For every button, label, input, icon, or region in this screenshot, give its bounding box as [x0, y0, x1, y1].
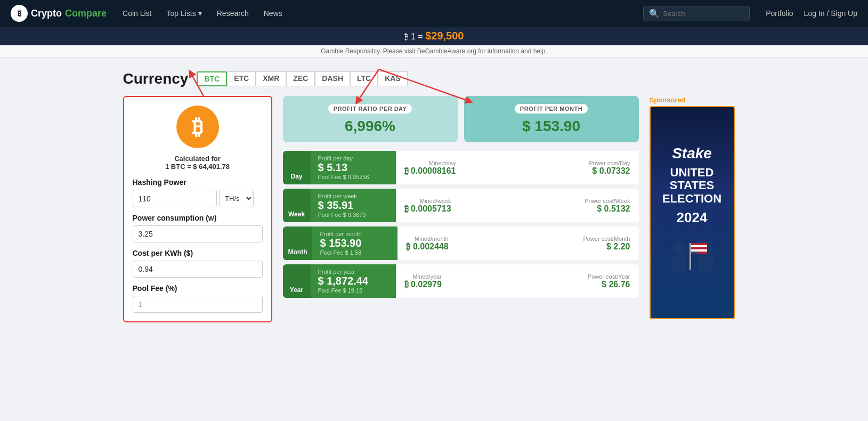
- sponsor-box: Sponsored Stake UNITED STATES ELECTION 2…: [650, 96, 745, 322]
- profit-month-label: Profit per month: [320, 231, 390, 237]
- mined-week-label: Mined/week: [404, 198, 451, 204]
- chevron-down-icon: ▾: [198, 9, 202, 18]
- profit-card-month: PROFIT PER MONTH $ 153.90: [464, 96, 639, 142]
- pool-fee-day: Pool Fee $ 0.05256: [318, 174, 388, 180]
- search-input[interactable]: [663, 10, 744, 18]
- election-silhouette: [658, 232, 727, 280]
- power-day-value: $ 0.07332: [592, 166, 630, 175]
- mined-week: Mined/week ₿ 0.0005713: [404, 198, 451, 214]
- calc-for-label: Calculated for: [174, 155, 221, 163]
- nav-news[interactable]: News: [264, 9, 282, 18]
- tab-kas[interactable]: KAS: [378, 71, 408, 86]
- tab-btc[interactable]: BTC: [197, 71, 227, 86]
- navbar: ₿ Crypto Compare Coin List Top Lists ▾ R…: [0, 0, 868, 27]
- power-month-label: Power cost/Month: [583, 236, 630, 242]
- profit-year: Profit per year $ 1,872.44 Pool Fee $ 19…: [311, 264, 396, 298]
- stats-year: Mined/year ₿ 0.02979 Power cost/Year $ 2…: [396, 264, 639, 298]
- svg-rect-6: [698, 256, 713, 272]
- stats-week: Mined/week ₿ 0.0005713 Power cost/Week $…: [396, 189, 639, 222]
- profit-month-value: $ 153.90: [474, 118, 629, 135]
- svg-rect-4: [671, 256, 686, 272]
- profit-month-label: PROFIT PER MONTH: [515, 104, 588, 114]
- currency-title: Currency: [123, 70, 189, 87]
- mined-day: Mined/day ₿ 0.00008161: [404, 160, 456, 176]
- power-year-label: Power cost/Year: [588, 273, 630, 280]
- currency-tabs: BTC ETC XMR ZEC DASH LTC KAS: [197, 71, 407, 86]
- svg-rect-7: [689, 243, 691, 270]
- mining-row-week: Week Profit per week $ 35.91 Pool Fee $ …: [283, 189, 639, 222]
- power-week-label: Power cost/Week: [585, 198, 630, 204]
- nav-research[interactable]: Research: [217, 9, 249, 18]
- tab-dash[interactable]: DASH: [315, 71, 350, 86]
- mined-day-label: Mined/day: [404, 160, 456, 166]
- profit-month: Profit per month $ 153.90 Pool Fee $ 1.5…: [312, 226, 398, 260]
- btc-price: $29,500: [425, 30, 464, 42]
- currency-header: Currency BTC ETC XMR ZEC DASH LTC KAS: [123, 70, 745, 87]
- tab-xmr[interactable]: XMR: [256, 71, 286, 86]
- search-icon: 🔍: [649, 9, 660, 19]
- nav-portfolio[interactable]: Portfolio: [766, 9, 793, 18]
- profit-month-amount: $ 153.90: [320, 237, 390, 249]
- nav-login[interactable]: Log In / Sign Up: [804, 9, 857, 18]
- main-content: Currency BTC ETC XMR ZEC DASH LTC KAS: [115, 70, 754, 322]
- period-week: Week: [283, 189, 311, 222]
- profit-day: Profit per day $ 5.13 Pool Fee $ 0.05256: [311, 151, 396, 184]
- period-month: Month: [283, 226, 313, 260]
- mined-week-value: ₿ 0.0005713: [404, 204, 451, 213]
- mined-day-value: ₿ 0.00008161: [404, 166, 456, 175]
- search-bar[interactable]: 🔍: [643, 6, 750, 21]
- svg-rect-11: [691, 249, 707, 252]
- price-prefix: ₿ 1 =: [404, 32, 423, 41]
- profit-week-label: Profit per week: [318, 193, 388, 199]
- hashing-power-input[interactable]: [133, 190, 217, 207]
- power-year: Power cost/Year $ 26.76: [588, 273, 630, 289]
- stats-month: Mined/month ₿ 0.002448 Power cost/Month …: [398, 226, 638, 260]
- calc-for-value: 1 BTC = $ 64,401.78: [165, 163, 230, 171]
- left-panel: Currency BTC ETC XMR ZEC DASH LTC KAS: [123, 70, 745, 322]
- svg-rect-9: [691, 245, 707, 247]
- logo-icon: ₿: [11, 5, 28, 22]
- pool-fee-month: Pool Fee $ 1.58: [320, 249, 390, 256]
- profit-ratio-value: 6,996%: [293, 118, 448, 135]
- power-year-value: $ 26.76: [602, 280, 630, 289]
- btc-circle: ₿: [176, 106, 219, 148]
- nav-links: Coin List Top Lists ▾ Research News: [123, 9, 627, 18]
- logo-crypto: Crypto: [31, 8, 62, 19]
- profit-card-day: PROFIT RATIO PER DAY 6,996%: [283, 96, 458, 142]
- election-year: 2024: [677, 209, 708, 226]
- hashing-unit-select[interactable]: TH/s GH/s MH/s: [219, 190, 254, 207]
- calc-for: Calculated for 1 BTC = $ 64,401.78: [133, 155, 263, 171]
- right-section: PROFIT RATIO PER DAY 6,996% PROFIT PER M…: [283, 96, 639, 322]
- stake-logo: Stake: [672, 145, 712, 162]
- profit-day-label: Profit per day: [318, 155, 388, 161]
- gamble-note: Gamble Responsibly. Please visit BeGambl…: [0, 45, 868, 58]
- mining-row-month: Month Profit per month $ 153.90 Pool Fee…: [283, 226, 639, 260]
- tab-etc[interactable]: ETC: [227, 71, 256, 86]
- hashing-power-label: Hashing Power: [133, 178, 263, 187]
- pool-fee-input[interactable]: [133, 296, 263, 313]
- svg-rect-12: [691, 252, 697, 254]
- power-month-value: $ 2.20: [606, 242, 630, 251]
- profit-year-label: Profit per year: [318, 269, 388, 275]
- pool-fee-label: Pool Fee (%): [133, 284, 263, 293]
- power-day: Power cost/Day $ 0.07332: [589, 160, 630, 176]
- power-consumption-input[interactable]: [133, 225, 263, 242]
- nav-top-lists[interactable]: Top Lists ▾: [167, 9, 202, 18]
- mined-year: Mined/year ₿ 0.02979: [404, 273, 442, 289]
- profit-ratio-label: PROFIT RATIO PER DAY: [328, 104, 412, 114]
- price-banner: ₿ 1 = $29,500: [0, 27, 868, 45]
- tab-zec[interactable]: ZEC: [286, 71, 315, 86]
- profit-week-amount: $ 35.91: [318, 199, 388, 212]
- power-week-value: $ 0.5132: [597, 204, 630, 213]
- tab-ltc[interactable]: LTC: [350, 71, 378, 86]
- cost-per-kwh-input[interactable]: [133, 261, 263, 278]
- sponsor-ad[interactable]: Stake UNITED STATES ELECTION 2024: [650, 106, 735, 319]
- mined-year-value: ₿ 0.02979: [404, 280, 442, 289]
- site-logo[interactable]: ₿ Crypto Compare: [11, 5, 107, 22]
- mining-row-day: Day Profit per day $ 5.13 Pool Fee $ 0.0…: [283, 151, 639, 184]
- cost-per-kwh-label: Cost per KWh ($): [133, 249, 263, 257]
- mined-month: Mined/month ₿ 0.002448: [406, 236, 448, 252]
- nav-coin-list[interactable]: Coin List: [123, 9, 151, 18]
- stats-day: Mined/day ₿ 0.00008161 Power cost/Day $ …: [396, 151, 639, 184]
- mining-table: Day Profit per day $ 5.13 Pool Fee $ 0.0…: [283, 151, 639, 298]
